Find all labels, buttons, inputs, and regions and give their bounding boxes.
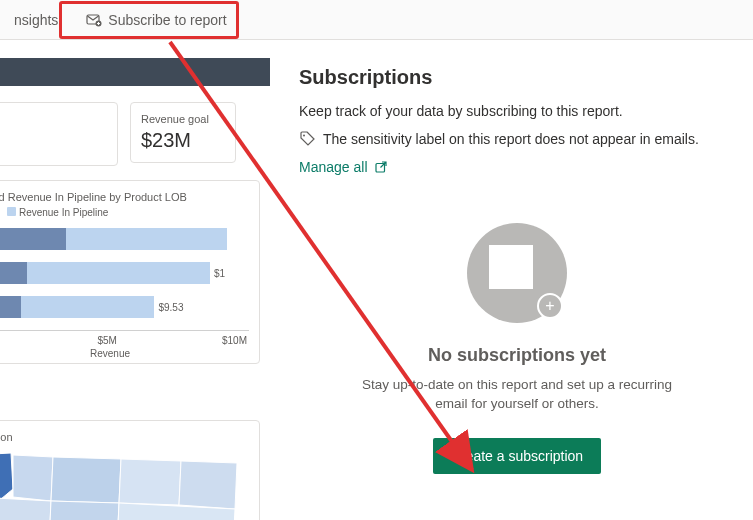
panel-title: Subscriptions bbox=[299, 66, 735, 89]
chart-bar-row bbox=[0, 228, 249, 250]
report-card-blank bbox=[0, 102, 118, 166]
create-subscription-button[interactable]: Create a subscription bbox=[433, 438, 601, 474]
external-link-icon bbox=[374, 160, 388, 174]
revenue-goal-value: $23M bbox=[141, 129, 225, 152]
sensitivity-text: The sensitivity label on this report doe… bbox=[323, 131, 699, 147]
chart-axis-label: Revenue bbox=[0, 348, 249, 359]
tag-icon bbox=[299, 131, 315, 147]
svg-point-3 bbox=[303, 135, 305, 137]
chart-bar-row: $9.53 bbox=[0, 296, 249, 318]
sensitivity-notice: The sensitivity label on this report doe… bbox=[299, 131, 735, 147]
revenue-chart-card: on and Revenue In Pipeline by Product LO… bbox=[0, 180, 260, 364]
panel-description: Keep track of your data by subscribing t… bbox=[299, 103, 735, 119]
map-title: Location bbox=[0, 431, 249, 443]
empty-state-body: Stay up-to-date on this report and set u… bbox=[362, 376, 672, 414]
empty-state-title: No subscriptions yet bbox=[323, 345, 711, 366]
insights-label: nsights bbox=[14, 12, 58, 28]
revenue-goal-card: Revenue goal $23M bbox=[130, 102, 236, 163]
axis-tick: $5M bbox=[97, 335, 116, 346]
create-subscription-label: Create a subscription bbox=[451, 448, 583, 464]
chart-axis-ticks: $0M$5M$10M bbox=[0, 330, 249, 346]
plus-icon: + bbox=[537, 293, 563, 319]
manage-all-label: Manage all bbox=[299, 159, 368, 175]
empty-state: + No subscriptions yet Stay up-to-date o… bbox=[299, 223, 735, 474]
insights-tab[interactable]: nsights bbox=[0, 0, 72, 39]
chart-bar-row: $1 bbox=[0, 262, 249, 284]
report-canvas: Revenue goal $23M on and Revenue In Pipe… bbox=[0, 40, 270, 520]
subscribe-to-report-button[interactable]: Subscribe to report bbox=[72, 0, 240, 39]
report-header-strip bbox=[0, 58, 270, 86]
legend-pipeline: Revenue In Pipeline bbox=[19, 207, 109, 218]
subscriptions-panel: Subscriptions Keep track of your data by… bbox=[277, 40, 753, 520]
chart-title: on and Revenue In Pipeline by Product LO… bbox=[0, 191, 249, 203]
revenue-goal-label: Revenue goal bbox=[141, 113, 225, 125]
map-card: Location bbox=[0, 420, 260, 520]
subscribe-label: Subscribe to report bbox=[108, 12, 226, 28]
subscribe-icon bbox=[86, 12, 102, 28]
chart-legend: /on Revenue In Pipeline bbox=[0, 207, 249, 218]
chart-bars: $1$9.53 bbox=[0, 228, 249, 318]
empty-state-graphic: + bbox=[467, 223, 567, 323]
map-graphic bbox=[0, 449, 241, 520]
axis-tick: $10M bbox=[222, 335, 247, 346]
manage-all-link[interactable]: Manage all bbox=[299, 159, 388, 175]
